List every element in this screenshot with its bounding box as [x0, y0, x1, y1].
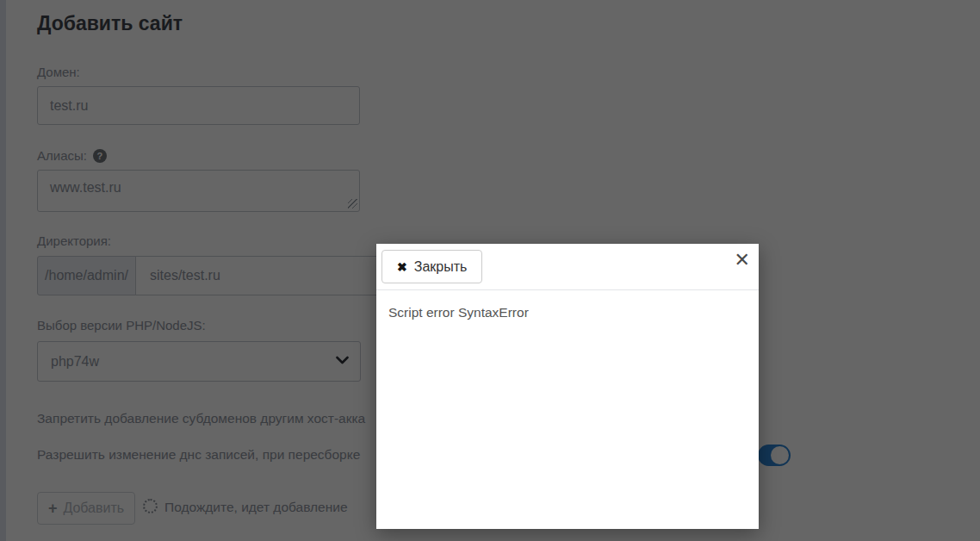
error-modal: ✖ Закрыть ✕ Script error SyntaxError — [376, 244, 759, 529]
add-site-page: Добавить сайт Домен: Алиасы: ? www.test.… — [0, 0, 980, 541]
modal-corner-close-icon[interactable]: ✕ — [735, 247, 750, 274]
modal-error-text: Script error SyntaxError — [376, 290, 759, 335]
modal-close-button-label: Закрыть — [414, 259, 468, 275]
modal-close-button[interactable]: ✖ Закрыть — [381, 250, 482, 283]
close-x-icon: ✖ — [397, 260, 407, 274]
modal-header: ✖ Закрыть ✕ — [376, 244, 759, 290]
